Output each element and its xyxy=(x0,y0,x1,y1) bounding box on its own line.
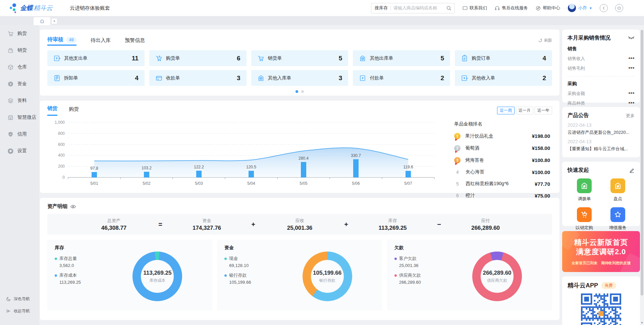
sidebar-item-funds[interactable]: 资金 xyxy=(0,75,39,92)
card-label: 销货单 xyxy=(268,55,282,61)
warehouse-out-icon xyxy=(359,55,366,62)
edit-pencil-icon[interactable] xyxy=(629,168,635,173)
back-button[interactable] xyxy=(600,4,608,12)
debt-donut-card: 欠款 客户欠款 25,001.36 供应商欠款 266,289.60 266,2… xyxy=(387,239,552,311)
quick-action-label: 增值服务 xyxy=(609,225,627,231)
dark-nav-toggle[interactable]: 深色导航 xyxy=(0,293,39,305)
sidebar-item-credit[interactable]: 信用 xyxy=(0,126,39,143)
eye-closed-icon[interactable] xyxy=(628,36,635,41)
search-icon[interactable] xyxy=(446,5,452,11)
tab-dropdown-button[interactable]: ▼ xyxy=(51,18,57,24)
inventory-donut-chart[interactable]: 113,269.25库存成本 xyxy=(132,252,182,301)
product-name: 夹心海苔 xyxy=(466,169,532,175)
sidebar-item-sales[interactable]: 销货 xyxy=(0,42,39,59)
todo-card-sales-order[interactable]: 销货单 5 xyxy=(251,50,348,66)
yuan-income-icon: ¥ xyxy=(461,74,468,82)
ranking-row[interactable]: 2 葡萄酒 ¥158.00 xyxy=(454,145,550,151)
todo-card-purchase-order[interactable]: 购货单 6 xyxy=(149,50,247,66)
funds-donut-chart[interactable]: 105,199.66银行存款 xyxy=(303,252,352,301)
refresh-icon xyxy=(538,38,542,43)
carousel-dot-1[interactable] xyxy=(296,90,298,93)
carousel-dot-2[interactable] xyxy=(301,90,304,93)
sidebar-item-smart-store[interactable]: 智慧微店 xyxy=(0,109,39,126)
ranking-row[interactable]: 5 西红柿意粉酱190g*6 ¥77.70 xyxy=(454,181,550,187)
todo-card-receipt[interactable]: 收款单 3 xyxy=(149,70,247,86)
help-compass-icon xyxy=(535,5,541,11)
todo-card-payment[interactable]: ¥ 付款单 2 xyxy=(353,70,450,86)
svg-text:120.5: 120.5 xyxy=(246,165,256,169)
todo-card-purchase-request[interactable]: 购货订单 4 xyxy=(455,50,552,66)
announcement-date: 2022-04-13 xyxy=(568,122,635,128)
announcement-item[interactable]: 2022-04-13 【重要通知】精斗云工作台域... xyxy=(568,139,635,152)
ranking-row[interactable]: 3 烤海苔卷 ¥100.80 xyxy=(454,157,550,163)
cart-icon xyxy=(155,55,163,62)
user-menu[interactable]: 小乔 ▼ xyxy=(568,4,592,12)
tab-sales[interactable]: 销货 xyxy=(47,105,57,116)
quick-action-stocktake[interactable]: 盘点 xyxy=(601,178,635,202)
more-link[interactable]: 更多 xyxy=(626,113,635,119)
tab-pending-approval[interactable]: 待审核 49 xyxy=(47,35,76,46)
svg-text:5/04: 5/04 xyxy=(247,181,255,186)
stat-row: 销售收入 *** xyxy=(568,56,635,62)
scrollbar-thumb[interactable] xyxy=(641,30,643,295)
tab-warning-info[interactable]: 预警信息 xyxy=(125,35,145,46)
user-avatar xyxy=(568,4,576,12)
survey-banner[interactable]: 精斗云新版首页 满意度调研2.0 全新首页已到来 期待收到您的反馈 xyxy=(562,231,640,272)
range-month-button[interactable]: 近一月 xyxy=(516,107,533,114)
card-count: 4 xyxy=(542,55,546,62)
legend-dot xyxy=(394,274,397,277)
ranking-row[interactable]: 4 夹心海苔 ¥100.00 xyxy=(454,169,550,175)
collapse-nav-button[interactable]: 收起导航 xyxy=(0,305,39,317)
sidebar-item-settings[interactable]: 设置 xyxy=(0,143,39,159)
brand-logo[interactable]: 金蝶 精斗云 xyxy=(9,3,60,13)
search-input[interactable]: 请输入商品编码或名称 xyxy=(393,5,446,11)
quick-action-purchase-by-sales[interactable]: 以销定购 xyxy=(568,207,601,231)
logout-button[interactable] xyxy=(615,4,623,12)
legend-item: 客户欠款 25,001.36 xyxy=(394,256,545,268)
page-scrollbar[interactable]: ▼ xyxy=(640,25,644,325)
star-icon xyxy=(610,207,625,222)
todo-card-other-outbound[interactable]: 其他出库单 5 xyxy=(353,50,450,66)
range-year-button[interactable]: 近一年 xyxy=(535,107,552,114)
scrollbar-down-arrow[interactable]: ▼ xyxy=(640,321,644,324)
home-tab[interactable] xyxy=(34,17,50,25)
help-center-link[interactable]: 帮助中心 xyxy=(535,5,560,11)
search-category-label[interactable]: 搜库存 xyxy=(375,5,388,11)
debt-donut-chart[interactable]: 266,289.60供应商欠款 xyxy=(472,252,522,301)
sidebar-item-data[interactable]: 资料 xyxy=(0,92,39,109)
todo-card-other-expense[interactable]: ¥ 其他支出单 11 xyxy=(47,50,145,66)
card-label: 付款单 xyxy=(370,75,384,81)
sidebar-item-purchase[interactable]: 购货 xyxy=(0,25,39,42)
rank-number: 6 xyxy=(454,193,461,198)
ranking-row[interactable]: 1 果汁饮品礼盒 ¥198.00 xyxy=(454,133,550,139)
sidebar-item-warehouse[interactable]: 仓库 xyxy=(0,59,39,75)
inventory-search-box[interactable]: 搜库存 请输入商品编码或名称 xyxy=(371,3,455,13)
sidebar-item-label: 智慧微店 xyxy=(17,114,36,120)
after-sales-service-link[interactable]: 售后在线服务 xyxy=(494,5,528,11)
main-content: 待审核 49 待出入库 预警信息 刷新 ¥ 其他支出单 11 购货单 6 xyxy=(39,25,562,325)
stat-value-hidden: *** xyxy=(629,56,635,61)
quick-action-transfer[interactable]: 调拨单 xyxy=(568,178,601,202)
announcement-item[interactable]: 2022-04-13 云进销存产品更新公告_20220... xyxy=(568,122,635,136)
donut-center-value: 266,289.60 xyxy=(483,270,511,276)
range-week-button[interactable]: 近一周 xyxy=(497,107,515,114)
assets-title: 资产明细 xyxy=(47,203,67,210)
svg-text:122.2: 122.2 xyxy=(194,165,204,169)
svg-text:5/07: 5/07 xyxy=(404,181,412,186)
product-amount: ¥77.70 xyxy=(535,181,550,187)
card-count: 11 xyxy=(132,55,139,62)
todo-card-other-income[interactable]: ¥ 其他收入单 2 xyxy=(455,70,552,86)
todo-card-disassembly[interactable]: 拆卸单 4 xyxy=(47,70,145,86)
quick-action-value-added[interactable]: 增值服务 xyxy=(601,207,635,231)
tab-purchase[interactable]: 购货 xyxy=(69,106,79,115)
eye-icon[interactable] xyxy=(70,204,76,210)
product-name: 西红柿意粉酱190g*6 xyxy=(466,181,535,187)
left-sidebar: 购货 销货 仓库 资金 资料 智慧微店 信用 设置 深色导航 收起导航 xyxy=(0,25,39,325)
after-sales-label: 售后在线服务 xyxy=(502,5,528,11)
todo-card-other-inbound[interactable]: 其他入库单 3 xyxy=(251,70,348,86)
cart-icon xyxy=(577,207,592,222)
contact-us-link[interactable]: 联系我们 xyxy=(462,5,487,11)
tab-pending-in-out[interactable]: 待出入库 xyxy=(91,35,111,46)
refresh-button[interactable]: 刷新 xyxy=(538,38,552,43)
sidebar-item-label: 仓库 xyxy=(17,64,27,70)
